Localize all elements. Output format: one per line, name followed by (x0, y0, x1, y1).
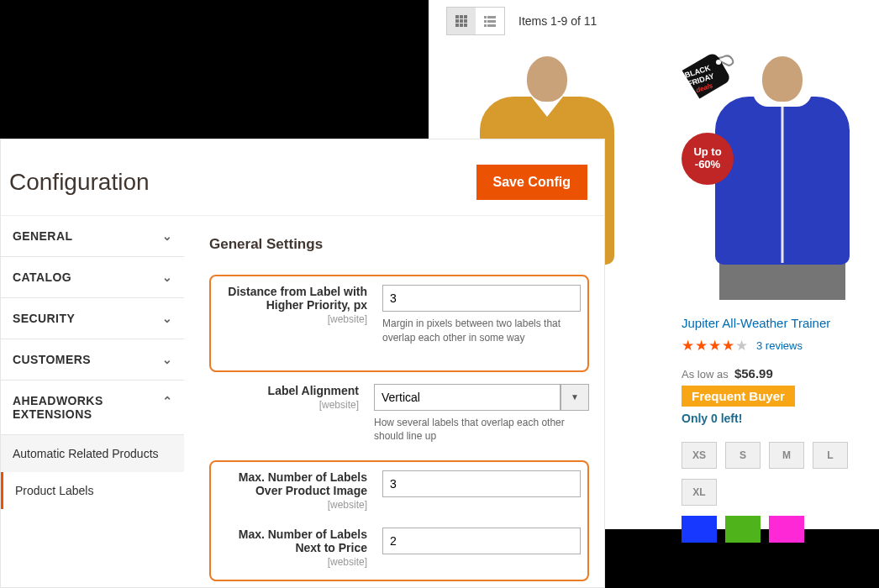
svg-rect-1 (460, 15, 463, 18)
admin-config-panel: Configuration Save Config GENERAL ⌄ CATA… (0, 139, 605, 588)
dropdown-toggle[interactable]: ▼ (561, 384, 589, 411)
star-icon: ★ (735, 337, 748, 354)
frequent-buyer-label: Frequent Buyer (682, 386, 795, 407)
price: As low as $56.99 (682, 366, 879, 381)
size-option[interactable]: M (769, 442, 804, 469)
size-option[interactable]: XL (682, 479, 717, 506)
chevron-down-icon: ⌄ (162, 270, 172, 284)
max-over-image-input[interactable] (382, 470, 581, 497)
svg-rect-14 (487, 24, 496, 27)
svg-rect-5 (464, 19, 467, 23)
field-label-alignment: Label Alignment [website] (209, 384, 359, 444)
config-sidebar: GENERAL ⌄ CATALOG ⌄ SECURITY ⌄ CUSTOMERS… (1, 216, 184, 588)
field-hint: Margin in pixels between two labels that… (382, 317, 581, 345)
product-card[interactable]: BLACK FRIDAY deals Up to -60% Jupiter Al… (682, 52, 879, 553)
page-title: Configuration (9, 169, 150, 196)
star-icon: ★ (708, 337, 721, 354)
discount-badge-label: Up to -60% (682, 133, 734, 185)
sidebar-section-catalog[interactable]: CATALOG ⌄ (1, 257, 184, 298)
product-name[interactable]: Jupiter All-Weather Trainer (682, 316, 879, 330)
star-icon: ★ (722, 337, 734, 354)
svg-point-15 (716, 60, 721, 65)
field-label-distance: Distance from Label with Higher Priority… (218, 285, 367, 345)
sidebar-section-customers[interactable]: CUSTOMERS ⌄ (1, 339, 184, 381)
star-icon: ★ (682, 337, 694, 354)
sidebar-section-general[interactable]: GENERAL ⌄ (1, 216, 184, 257)
distance-input[interactable] (382, 285, 581, 312)
field-label-max-price: Max. Number of Labels Next to Price [web… (218, 528, 367, 568)
max-next-price-input[interactable] (382, 528, 581, 554)
highlight-distance: Distance from Label with Higher Priority… (209, 275, 589, 372)
grid-view-button[interactable] (447, 8, 476, 34)
star-icon: ★ (695, 337, 708, 354)
sidebar-section-aheadworks[interactable]: AHEADWORKS EXTENSIONS ⌄ (1, 381, 184, 435)
svg-rect-9 (484, 16, 487, 18)
sidebar-section-security[interactable]: SECURITY ⌄ (1, 298, 184, 339)
settings-heading: General Settings (209, 236, 589, 253)
size-swatches-row2: XL (682, 479, 879, 506)
svg-rect-8 (464, 24, 467, 27)
triangle-down-icon: ▼ (571, 392, 579, 402)
svg-rect-7 (460, 24, 463, 27)
svg-rect-11 (484, 20, 487, 23)
list-icon (483, 14, 497, 28)
svg-rect-13 (484, 24, 487, 27)
chevron-down-icon: ⌄ (162, 353, 172, 366)
size-swatches: XS S M L (682, 442, 879, 469)
reviews-link[interactable]: 3 reviews (756, 339, 803, 352)
star-icons: ★ ★ ★ ★ ★ (682, 337, 748, 354)
color-option-blue[interactable] (682, 516, 717, 543)
size-option[interactable]: XS (682, 442, 717, 469)
chevron-down-icon: ⌄ (162, 229, 172, 243)
svg-rect-6 (455, 24, 459, 27)
list-view-button[interactable] (476, 8, 504, 34)
product-image: BLACK FRIDAY deals Up to -60% (682, 52, 879, 304)
sidebar-item-product-labels[interactable]: Product Labels (1, 472, 184, 509)
rating: ★ ★ ★ ★ ★ 3 reviews (682, 337, 879, 354)
field-hint: How several labels that overlap each oth… (374, 416, 589, 444)
field-label-max-image: Max. Number of Labels Over Product Image… (218, 470, 367, 511)
item-count-text: Items 1-9 of 11 (518, 14, 597, 28)
color-option-pink[interactable] (769, 516, 804, 543)
svg-rect-10 (487, 16, 496, 18)
alignment-select[interactable] (374, 384, 561, 411)
view-mode-toggle (446, 7, 505, 35)
save-config-button[interactable]: Save Config (476, 165, 587, 200)
black-friday-tag-label: BLACK FRIDAY deals (676, 52, 737, 102)
svg-rect-2 (464, 15, 467, 18)
color-swatches (682, 516, 879, 543)
size-option[interactable]: L (813, 442, 848, 469)
size-option[interactable]: S (725, 442, 761, 469)
svg-rect-3 (455, 19, 459, 23)
general-settings-form: General Settings Distance from Label wit… (184, 216, 604, 588)
svg-rect-4 (460, 19, 463, 23)
svg-rect-0 (455, 15, 459, 18)
chevron-down-icon: ⌄ (162, 312, 172, 325)
highlight-max-labels: Max. Number of Labels Over Product Image… (209, 460, 589, 581)
svg-rect-12 (487, 20, 496, 23)
sidebar-item-related-products[interactable]: Automatic Related Products (1, 435, 184, 472)
chevron-up-icon: ⌄ (162, 394, 172, 407)
color-option-green[interactable] (725, 516, 761, 543)
price-tag-icon: BLACK FRIDAY deals (676, 52, 737, 102)
grid-icon (455, 14, 468, 28)
stock-text: Only 0 left! (682, 412, 879, 425)
